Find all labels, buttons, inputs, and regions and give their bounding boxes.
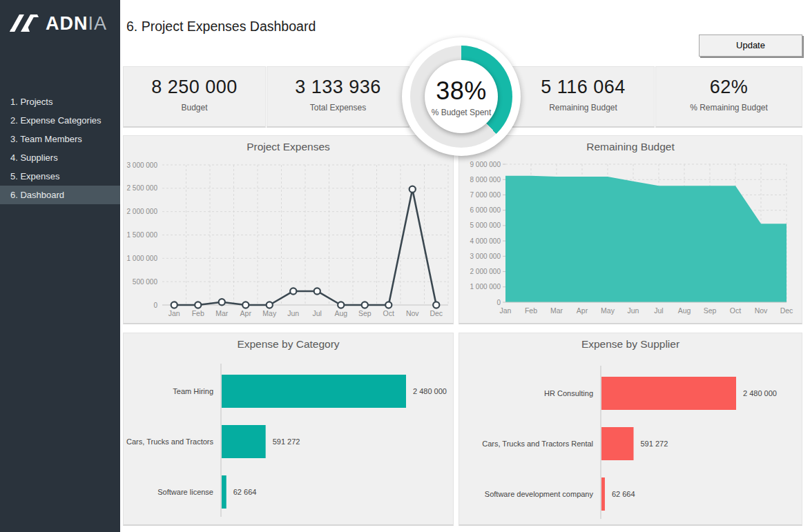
svg-text:Aug: Aug	[334, 309, 347, 317]
sidebar-item-dashboard[interactable]: 6. Dashboard	[0, 186, 120, 204]
kpi-remaining-pct: 62% % Remaining Budget	[655, 66, 802, 128]
svg-text:3 000 000: 3 000 000	[470, 253, 501, 260]
svg-text:2 000 000: 2 000 000	[127, 208, 158, 215]
sidebar-item-expenses[interactable]: 5. Expenses	[0, 167, 120, 186]
svg-text:Jul: Jul	[313, 309, 322, 317]
svg-text:Jul: Jul	[654, 306, 663, 315]
svg-text:1 500 000: 1 500 000	[127, 231, 158, 239]
svg-text:Feb: Feb	[525, 306, 537, 315]
svg-text:Jun: Jun	[287, 309, 299, 317]
svg-text:Sep: Sep	[704, 306, 717, 315]
sidebar-item-suppliers[interactable]: 4. Suppliers	[0, 148, 120, 167]
kpi-remaining-budget-value: 5 116 064	[512, 77, 654, 98]
svg-text:62 664: 62 664	[233, 488, 257, 496]
expense-by-supplier-chart: HR Consulting2 480 000Cars, Trucks and T…	[459, 333, 802, 524]
svg-text:Software license: Software license	[157, 488, 213, 496]
sidebar: ADNIA 1. Projects2. Expense Categories3.…	[0, 0, 120, 532]
budget-spent-gauge-ring: 38% % Budget Spent	[410, 46, 512, 148]
svg-text:Apr: Apr	[577, 306, 588, 315]
svg-text:Dec: Dec	[780, 306, 793, 315]
budget-spent-gauge-center: 38% % Budget Spent	[425, 60, 498, 133]
svg-text:May: May	[262, 309, 277, 317]
svg-text:2 480 000: 2 480 000	[743, 389, 777, 397]
svg-text:0: 0	[496, 299, 501, 306]
svg-text:0: 0	[153, 302, 157, 309]
kpi-budget-value: 8 250 000	[124, 77, 265, 98]
svg-text:4 000 000: 4 000 000	[470, 237, 501, 245]
svg-text:2 000 000: 2 000 000	[470, 268, 501, 275]
svg-text:2 500 000: 2 500 000	[127, 184, 158, 192]
remaining-budget-chart: 01 000 0002 000 0003 000 0004 000 0005 0…	[459, 136, 802, 323]
kpi-remaining-budget-label: Remaining Budget	[512, 103, 654, 112]
kpi-remaining-budget: 5 116 064 Remaining Budget	[512, 66, 655, 128]
svg-text:3 000 000: 3 000 000	[127, 161, 158, 169]
svg-text:May: May	[601, 306, 615, 315]
update-button[interactable]: Update	[699, 35, 802, 57]
svg-text:5 000 000: 5 000 000	[470, 221, 501, 229]
svg-text:Jun: Jun	[628, 306, 639, 315]
svg-text:Jan: Jan	[500, 306, 512, 315]
sidebar-nav: 1. Projects2. Expense Categories3. Team …	[0, 92, 120, 204]
svg-text:Feb: Feb	[192, 309, 204, 317]
svg-text:9 000 000: 9 000 000	[470, 161, 501, 168]
svg-text:591 272: 591 272	[273, 437, 300, 446]
svg-text:8 000 000: 8 000 000	[470, 176, 501, 184]
kpi-total-expenses-label: Total Expenses	[267, 103, 409, 112]
project-expenses-chart: 0500 0001 000 0001 500 0002 000 0002 500…	[124, 136, 453, 323]
svg-text:591 272: 591 272	[640, 440, 668, 448]
svg-text:1 000 000: 1 000 000	[470, 283, 501, 290]
svg-text:Oct: Oct	[383, 309, 394, 317]
budget-spent-gauge: 38% % Budget Spent	[402, 37, 521, 156]
adnia-logo-text: ADNIA	[46, 13, 107, 35]
svg-text:Software development company: Software development company	[485, 490, 594, 498]
svg-text:6 000 000: 6 000 000	[470, 206, 501, 214]
page-title: 6. Project Expenses Dashboard	[126, 19, 316, 35]
kpi-total-expenses: 3 133 936 Total Expenses	[267, 66, 409, 128]
svg-text:Cars, Trucks and Tractors Rent: Cars, Trucks and Tractors Rental	[482, 440, 593, 448]
svg-text:2 480 000: 2 480 000	[413, 387, 447, 395]
svg-text:Sep: Sep	[358, 309, 372, 317]
svg-text:1 000 000: 1 000 000	[127, 255, 158, 262]
svg-text:Dec: Dec	[430, 309, 443, 317]
kpi-remaining-pct-value: 62%	[656, 77, 802, 98]
svg-text:Aug: Aug	[678, 306, 691, 315]
kpi-total-expenses-value: 3 133 936	[267, 77, 409, 98]
svg-text:Nov: Nov	[406, 309, 419, 317]
svg-text:Nov: Nov	[755, 306, 768, 315]
expense-by-category-panel: Expense by Category Team Hiring2 480 000…	[123, 333, 454, 526]
svg-text:Cars, Trucks and Tractors: Cars, Trucks and Tractors	[126, 437, 213, 446]
svg-text:HR Consulting: HR Consulting	[544, 389, 593, 397]
svg-text:500 000: 500 000	[133, 278, 158, 286]
svg-text:Team Hiring: Team Hiring	[173, 387, 213, 395]
adnia-logo-icon	[9, 11, 39, 36]
expense-by-supplier-panel: Expense by Supplier HR Consulting2 480 0…	[459, 333, 802, 526]
svg-text:Mar: Mar	[215, 309, 229, 317]
svg-text:Oct: Oct	[730, 306, 741, 315]
budget-spent-caption: % Budget Spent	[432, 108, 492, 117]
svg-text:62 664: 62 664	[612, 490, 635, 498]
kpi-budget-label: Budget	[124, 103, 265, 112]
remaining-budget-panel: Remaining Budget 01 000 0002 000 0003 00…	[459, 135, 802, 324]
sidebar-item-expense-categories[interactable]: 2. Expense Categories	[0, 111, 120, 130]
svg-text:Apr: Apr	[240, 309, 252, 317]
expense-by-category-chart: Team Hiring2 480 000Cars, Trucks and Tra…	[124, 333, 453, 524]
svg-text:Jan: Jan	[168, 309, 180, 317]
svg-text:Mar: Mar	[550, 306, 563, 315]
sidebar-item-team-members[interactable]: 3. Team Members	[0, 130, 120, 148]
sidebar-item-projects[interactable]: 1. Projects	[0, 92, 120, 111]
adnia-logo: ADNIA	[9, 11, 107, 36]
budget-spent-percent: 38%	[436, 77, 487, 106]
kpi-budget: 8 250 000 Budget	[123, 66, 266, 128]
svg-text:7 000 000: 7 000 000	[470, 191, 501, 199]
project-expenses-panel: Project Expenses 0500 0001 000 0001 500 …	[123, 135, 454, 324]
kpi-remaining-pct-label: % Remaining Budget	[656, 103, 802, 112]
